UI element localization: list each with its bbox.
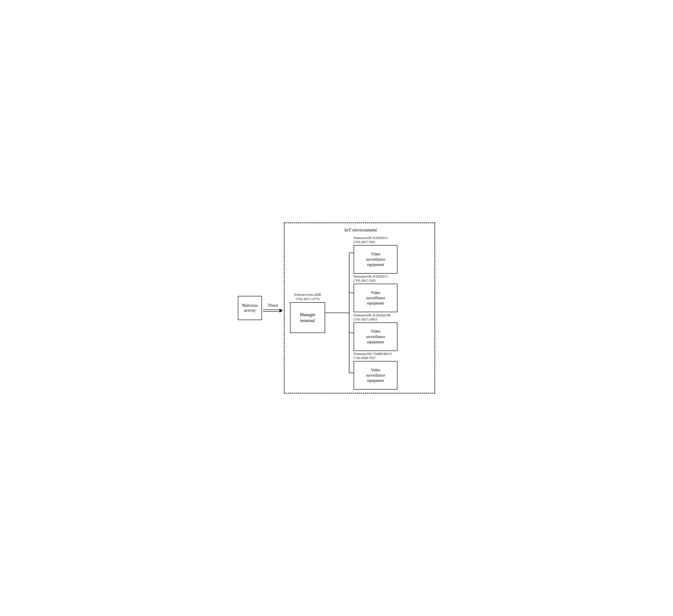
device-3-label: Videosurveillanceequipment (366, 329, 385, 345)
diagram-container: Maliciousactivity Threat IoT environment (238, 218, 435, 398)
manager-terminal-label: Managerterminal (300, 312, 315, 324)
malicious-activity-box: Maliciousactivity (238, 296, 262, 320)
threat-label: Threat (268, 303, 278, 308)
device-4-box: Videosurveillanceequipment (354, 361, 398, 390)
device-group-1: Firmware:DS-2CD2032-I CVE-2017-7921 Vide… (354, 236, 429, 273)
device-4-cve: CVE-2020-7057 (354, 356, 376, 360)
device-group-3: Firmware:DS-2CD2432-IW CVE-2017-14953 Vi… (354, 314, 429, 351)
device-2-box: Videosurveillanceequipment (354, 284, 398, 312)
device-3-firmware: Firmware:DS-2CD2432-IW (354, 314, 391, 317)
device-4-label: Videosurveillanceequipment (366, 367, 385, 383)
device-1-firmware: Firmware:DS-2CD2032-I (354, 236, 388, 240)
device-3-box: Videosurveillanceequipment (354, 323, 398, 351)
manager-cve-label: CVE-2017-13774 (296, 297, 319, 301)
device-group-2: Firmware:DS-2CD2032-I CVE-2017-7923 Vide… (354, 275, 429, 312)
malicious-activity-label: Maliciousactivity (242, 303, 258, 313)
device-2-firmware: Firmware:DS-2CD2032-I (354, 275, 388, 278)
devices-section: Firmware:DS-2CD2032-I CVE-2017-7921 Vide… (354, 236, 429, 390)
manager-section: Software:Ivms-4200 CVE-2017-13774 Manage… (290, 293, 325, 333)
device-4-firmware: Firmware:DS-7204HGHI-F1 (354, 352, 392, 356)
device-1-cve: CVE-2017-7921 (354, 240, 376, 244)
iot-environment-label: IoT environment (287, 227, 435, 233)
device-group-4: Firmware:DS-7204HGHI-F1 CVE-2020-7057 Vi… (354, 352, 429, 390)
device-2-label: Videosurveillanceequipment (366, 290, 385, 306)
iot-environment-box: IoT environment Software:Ivms-4200 CVE-2… (284, 222, 435, 394)
device-1-label: Videosurveillanceequipment (366, 251, 385, 267)
device-1-box: Videosurveillanceequipment (354, 245, 398, 273)
threat-arrow (263, 308, 283, 313)
left-section: Maliciousactivity Threat (238, 296, 284, 320)
device-3-cve: CVE-2017-14953 (354, 318, 377, 322)
threat-arrow-container: Threat (262, 301, 284, 315)
device-2-cve: CVE-2017-7923 (354, 279, 376, 282)
manager-software-label: Software:Ivms-4200 (294, 293, 321, 296)
svg-marker-2 (279, 309, 283, 313)
manager-terminal-box: Managerterminal (290, 302, 325, 333)
